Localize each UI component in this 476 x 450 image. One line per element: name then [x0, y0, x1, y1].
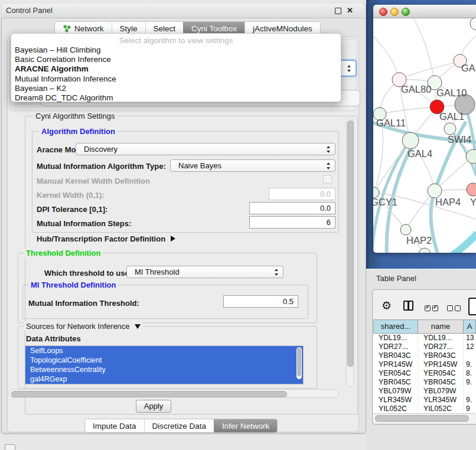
- settings-group-title: Cyni Algorithm Settings: [33, 112, 117, 120]
- attribute-item-selected[interactable]: gal4RGexp: [25, 374, 303, 384]
- table-cell[interactable]: YIL052C: [418, 405, 464, 413]
- network-node-GAL4[interactable]: [402, 132, 419, 149]
- scrollbar-thumb[interactable]: [347, 120, 354, 367]
- algorithm-dropdown-popup: Select algorithm to view settings Bayesi…: [11, 33, 341, 102]
- table-cell[interactable]: YLR345W: [373, 396, 418, 405]
- attribute-item-selected[interactable]: TopologicalCoefficient: [25, 356, 303, 365]
- table-cell[interactable]: YER054C: [373, 369, 418, 378]
- table-cell[interactable]: 9.: [464, 378, 476, 387]
- network-edge: [380, 107, 437, 114]
- table-row[interactable]: YER054CYER054C8.: [373, 369, 476, 378]
- mi-threshold-field[interactable]: 0.5: [223, 295, 298, 308]
- table-cell[interactable]: [464, 351, 476, 360]
- tab-infer-network[interactable]: Infer Network: [214, 419, 277, 432]
- table-row[interactable]: YDL19...YDL19...13: [373, 334, 476, 343]
- combo-arrows-icon: [347, 65, 351, 72]
- network-canvas[interactable]: GALGAL80GAL10GAL1GAL11SWI4GAL4GCY1HAP4YH…: [373, 18, 476, 253]
- zoom-traffic-light-icon[interactable]: [402, 8, 410, 16]
- table-cell[interactable]: YBR043C: [418, 351, 464, 360]
- document-icon[interactable]: [468, 298, 476, 315]
- table-row[interactable]: YBL079WYBL079W: [373, 387, 476, 396]
- algorithm-option[interactable]: Bayesian – Hill Climbing: [11, 45, 341, 55]
- table-cell[interactable]: 12: [464, 343, 476, 351]
- table-cell[interactable]: 9: [464, 405, 476, 413]
- table-cell[interactable]: YER054C: [418, 369, 464, 378]
- table-row[interactable]: YLR345WYLR345W9.: [373, 396, 476, 405]
- settings-horizontal-scrollbar[interactable]: [8, 389, 339, 397]
- collapsed-panel-button[interactable]: [5, 444, 15, 450]
- split-columns-icon[interactable]: [403, 301, 413, 311]
- dpi-tolerance-field[interactable]: 0.0: [249, 202, 335, 214]
- table-cell[interactable]: YBR045C: [418, 378, 464, 387]
- apply-button[interactable]: Apply: [136, 400, 171, 413]
- attributes-scrollbar[interactable]: [296, 347, 302, 379]
- float-window-icon[interactable]: [335, 8, 341, 14]
- column-header-name[interactable]: name: [418, 319, 464, 334]
- network-node-label: GAL: [461, 63, 476, 73]
- table-cell[interactable]: 13: [464, 334, 476, 343]
- mi-steps-field[interactable]: 6: [249, 216, 335, 229]
- attribute-item-selected[interactable]: SelfLoops: [25, 346, 303, 356]
- algorithm-option[interactable]: Mutual Information Inference: [11, 74, 341, 84]
- table-cell[interactable]: [464, 387, 476, 396]
- hub-definition-toggle[interactable]: Hub/Transcription Factor Definition: [37, 234, 175, 243]
- algorithm-option[interactable]: ARACNE Algorithm: [11, 64, 341, 74]
- settings-vertical-scrollbar[interactable]: [346, 118, 354, 387]
- table-cell[interactable]: 8.: [464, 369, 476, 378]
- table-cell[interactable]: YDL19...: [418, 334, 464, 343]
- control-panel-titlebar[interactable]: [1, 4, 365, 18]
- tab-impute-data[interactable]: Impute Data: [85, 419, 144, 432]
- kernel-width-label: Kernel Width (0,1):: [37, 191, 105, 200]
- table-cell[interactable]: YBL079W: [418, 387, 464, 396]
- table-cell[interactable]: YDR27...: [373, 343, 418, 351]
- close-icon[interactable]: ✕: [347, 6, 353, 15]
- deselect-all-columns-icon[interactable]: [447, 303, 462, 314]
- attribute-item-selected[interactable]: BetweennessCentrality: [25, 365, 303, 374]
- table-cell[interactable]: 9.: [464, 360, 476, 369]
- table-row[interactable]: YBR043CYBR043C: [373, 351, 476, 360]
- select-all-columns-icon[interactable]: [425, 303, 440, 314]
- network-node-HAP4[interactable]: [428, 184, 442, 198]
- manual-kernel-checkbox[interactable]: [323, 175, 332, 184]
- network-node-SWI4[interactable]: [444, 123, 456, 135]
- algorithm-option[interactable]: Basic Correlation Inference: [11, 55, 341, 64]
- table-cell[interactable]: YPR145W: [373, 360, 418, 369]
- scrollbar-thumb[interactable]: [375, 415, 469, 422]
- table-row[interactable]: YBR045CYBR045C9.: [373, 378, 476, 387]
- mi-type-combobox[interactable]: Naive Bayes: [170, 159, 335, 172]
- algorithm-option[interactable]: Bayesian – K2: [11, 84, 341, 93]
- scrollbar-thumb[interactable]: [11, 391, 287, 397]
- algorithm-option[interactable]: Dream8 DC_TDC Algorithm: [11, 93, 341, 103]
- network-node-Y-cut[interactable]: [467, 183, 476, 196]
- table-cell[interactable]: YDR27...: [418, 343, 464, 351]
- network-window-titlebar[interactable]: [373, 5, 476, 18]
- column-header-shared[interactable]: shared...: [373, 319, 418, 334]
- table-cell[interactable]: YBR043C: [373, 351, 418, 360]
- table-cell[interactable]: YPR145W: [418, 360, 464, 369]
- table-row[interactable]: YIL052CYIL052C9: [373, 405, 476, 413]
- tab-discretize-data[interactable]: Discretize Data: [144, 419, 214, 432]
- table-cell[interactable]: 9.: [464, 396, 476, 405]
- column-header-partial[interactable]: A: [464, 319, 476, 334]
- gear-icon[interactable]: ⚙: [382, 299, 392, 312]
- close-traffic-light-icon[interactable]: [379, 8, 387, 16]
- table-cell[interactable]: YDL19...: [373, 334, 418, 343]
- table-row[interactable]: YPR145WYPR145W9.: [373, 360, 476, 369]
- table-horizontal-scrollbar[interactable]: [373, 413, 475, 422]
- network-node-label: SWI4: [448, 134, 471, 145]
- data-attributes-list[interactable]: SelfLoopsTopologicalCoefficientBetweenne…: [25, 345, 304, 384]
- network-node-HAP2[interactable]: [400, 224, 411, 235]
- table-cell[interactable]: YBL079W: [373, 387, 418, 396]
- which-threshold-combobox[interactable]: MI Threshold: [126, 266, 283, 278]
- tab-network-label: Network: [74, 24, 104, 33]
- kernel-width-field[interactable]: 0.0: [269, 188, 335, 200]
- network-node-edge-node-top[interactable]: [470, 18, 476, 30]
- table-cell[interactable]: YBR045C: [373, 378, 418, 387]
- table-cell[interactable]: YLR345W: [418, 396, 464, 405]
- table-row[interactable]: YDR27...YDR27...12: [373, 343, 476, 351]
- network-node-label: Y: [470, 197, 476, 207]
- table-cell[interactable]: YIL052C: [373, 405, 418, 413]
- sources-group-title[interactable]: Sources for Network Inference: [24, 322, 143, 331]
- aracne-mode-combobox[interactable]: Discovery: [76, 143, 335, 155]
- minimize-traffic-light-icon[interactable]: [390, 8, 399, 16]
